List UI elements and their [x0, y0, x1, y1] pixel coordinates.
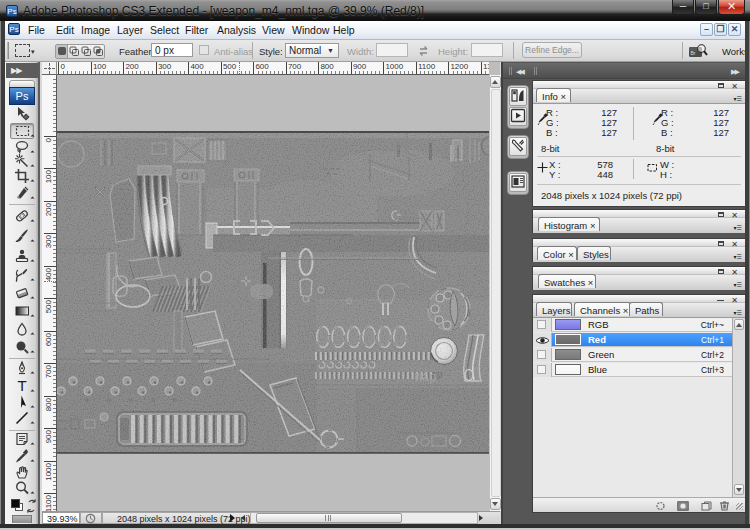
svg-text:T: T — [17, 378, 26, 394]
svg-text:Br: Br — [691, 50, 696, 56]
